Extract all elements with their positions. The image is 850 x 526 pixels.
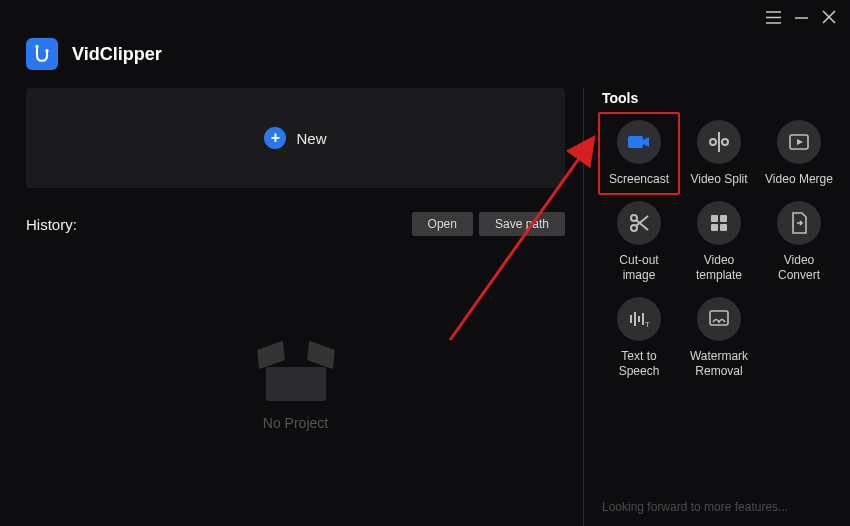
file-convert-icon	[777, 201, 821, 245]
tool-video-merge[interactable]: Video Merge	[762, 120, 836, 187]
menu-icon[interactable]	[766, 11, 781, 24]
app-title: VidClipper	[72, 44, 162, 65]
svg-point-7	[45, 49, 48, 52]
save-path-button[interactable]: Save path	[479, 212, 565, 236]
minimize-icon[interactable]	[795, 11, 808, 24]
close-icon[interactable]	[822, 10, 836, 24]
empty-state: No Project	[26, 246, 565, 526]
svg-rect-18	[720, 215, 727, 222]
tool-label: Text to Speech	[604, 349, 674, 379]
empty-text: No Project	[263, 415, 328, 431]
titlebar: VidClipper	[0, 0, 850, 70]
split-icon	[697, 120, 741, 164]
svg-point-10	[710, 139, 716, 145]
play-icon	[777, 120, 821, 164]
tools-pane: Tools Screencast Video Split Video Merge	[588, 88, 836, 526]
scissors-icon	[617, 201, 661, 245]
app-icon	[26, 38, 58, 70]
tools-footer: Looking forward to more features...	[602, 490, 836, 526]
tool-label: Video Merge	[765, 172, 833, 187]
tools-title: Tools	[602, 90, 836, 106]
svg-point-6	[35, 45, 38, 48]
tool-label: Video Split	[690, 172, 747, 187]
tool-video-split[interactable]: Video Split	[682, 120, 756, 187]
tool-screencast[interactable]: Screencast	[598, 112, 680, 195]
tool-video-convert[interactable]: Video Convert	[762, 201, 836, 283]
plus-icon: +	[264, 127, 286, 149]
divider	[583, 88, 584, 526]
svg-rect-9	[718, 132, 720, 152]
svg-rect-17	[711, 215, 718, 222]
tool-cutout-image[interactable]: Cut-out image	[602, 201, 676, 283]
svg-point-11	[722, 139, 728, 145]
new-label: New	[296, 130, 326, 147]
history-label: History:	[26, 216, 77, 233]
tool-watermark-removal[interactable]: Watermark Removal	[682, 297, 756, 379]
svg-rect-20	[720, 224, 727, 231]
template-icon	[697, 201, 741, 245]
svg-rect-8	[628, 136, 643, 148]
waveform-icon: T	[617, 297, 661, 341]
new-project-button[interactable]: + New	[26, 88, 565, 188]
camera-icon	[617, 120, 661, 164]
window-controls	[766, 10, 836, 24]
tool-video-template[interactable]: Video template	[682, 201, 756, 283]
tool-label: Video Convert	[764, 253, 834, 283]
open-button[interactable]: Open	[412, 212, 473, 236]
tool-label: Video template	[684, 253, 754, 283]
empty-box-icon	[256, 341, 336, 401]
tool-text-to-speech[interactable]: T Text to Speech	[602, 297, 676, 379]
left-pane: + New History: Open Save path No Project	[26, 88, 583, 526]
watermark-icon	[697, 297, 741, 341]
tool-label: Watermark Removal	[684, 349, 754, 379]
tool-label: Cut-out image	[604, 253, 674, 283]
tool-label: Screencast	[609, 172, 669, 187]
svg-text:T: T	[645, 320, 650, 329]
svg-rect-19	[711, 224, 718, 231]
